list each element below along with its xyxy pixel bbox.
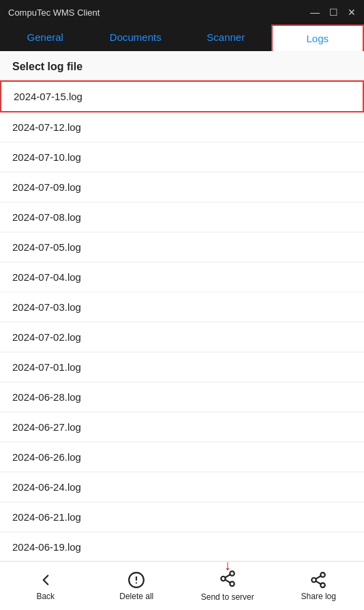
send-to-server-label: Send to server [201,592,254,602]
log-item[interactable]: 2024-07-09.log [0,172,364,202]
svg-line-11 [316,581,321,583]
window-controls: — ☐ ✕ [310,7,356,17]
share-log-icon [309,571,327,589]
log-item[interactable]: 2024-07-02.log [0,322,364,352]
tab-documents[interactable]: Documents [91,25,181,51]
log-list[interactable]: 2024-07-15.log2024-07-12.log2024-07-10.l… [0,80,364,561]
bottom-bar: Back Delete all ↓ Send to server [0,561,364,610]
close-button[interactable]: ✕ [348,7,356,17]
back-label: Back [36,592,55,601]
back-icon [37,571,55,589]
share-log-button[interactable]: Share log [273,562,365,610]
minimize-button[interactable]: — [310,7,320,17]
log-item[interactable]: 2024-06-27.log [0,412,364,442]
log-item[interactable]: 2024-06-21.log [0,502,364,532]
maximize-button[interactable]: ☐ [329,7,338,17]
delete-all-icon [127,571,145,589]
log-item[interactable]: 2024-07-12.log [0,112,364,142]
main-content: Select log file 2024-07-15.log2024-07-12… [0,51,364,561]
log-item[interactable]: 2024-07-03.log [0,292,364,322]
send-arrow-icon: ↓ [224,558,231,573]
log-item[interactable]: 2024-06-26.log [0,442,364,472]
send-to-server-button[interactable]: ↓ Send to server [182,562,273,610]
tab-general[interactable]: General [0,25,91,51]
back-button[interactable]: Back [0,562,91,610]
delete-all-button[interactable]: Delete all [91,562,183,610]
share-log-label: Share log [301,592,336,601]
log-item[interactable]: 2024-06-24.log [0,472,364,502]
log-item[interactable]: 2024-07-05.log [0,232,364,262]
svg-line-6 [225,580,230,583]
log-item[interactable]: 2024-07-10.log [0,142,364,172]
log-item[interactable]: 2024-06-28.log [0,382,364,412]
log-item[interactable]: 2024-06-19.log [0,532,364,561]
log-section-header: Select log file [0,51,364,80]
log-item[interactable]: 2024-07-01.log [0,352,364,382]
log-item[interactable]: 2024-07-08.log [0,202,364,232]
delete-all-label: Delete all [119,592,153,601]
svg-line-12 [316,576,321,579]
app-title: CompuTec WMS Client [8,7,100,18]
log-item[interactable]: 2024-07-15.log [0,80,364,112]
log-item[interactable]: 2024-07-04.log [0,262,364,292]
tab-bar: General Documents Scanner Logs [0,25,364,51]
tab-logs[interactable]: Logs [271,25,365,51]
tab-scanner[interactable]: Scanner [181,25,271,51]
svg-line-7 [225,575,230,577]
title-bar: CompuTec WMS Client — ☐ ✕ [0,0,364,25]
